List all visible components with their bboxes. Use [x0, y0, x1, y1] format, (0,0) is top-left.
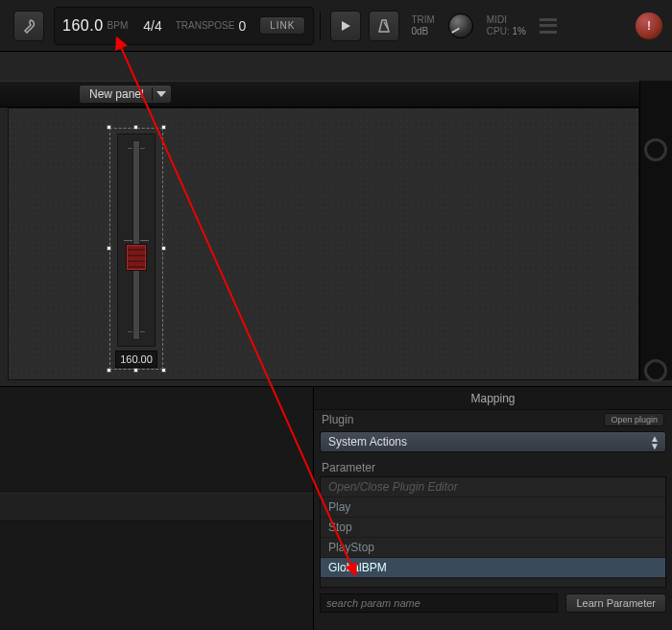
resize-handle[interactable]	[161, 246, 166, 251]
bottom-left-panel	[0, 386, 313, 630]
midi-label: MIDI	[487, 14, 526, 26]
metronome-icon	[377, 19, 391, 33]
divider	[320, 12, 321, 40]
trim-label: TRIM	[411, 14, 434, 26]
mapping-title: Mapping	[314, 387, 672, 410]
trim-value: 0dB	[411, 26, 434, 37]
chevron-down-icon	[152, 87, 165, 101]
resize-handle[interactable]	[107, 246, 111, 251]
cpu-value: 1%	[513, 26, 526, 36]
play-button[interactable]	[330, 11, 361, 41]
parameter-item[interactable]: Stop	[321, 518, 665, 538]
resize-handle[interactable]	[107, 368, 111, 373]
tempo-section: 160.0 BPM 4/4 TRANSPOSE 0 LINK	[54, 7, 314, 45]
encoder-ring-bottom[interactable]	[644, 359, 667, 382]
resize-handle[interactable]	[161, 125, 166, 130]
trim-metrics: TRIM 0dB	[411, 14, 434, 37]
transpose-value[interactable]: 0	[238, 18, 246, 34]
wrench-button[interactable]	[13, 11, 44, 41]
plugin-select[interactable]: System Actions ▲▼	[320, 431, 666, 452]
open-plugin-button[interactable]: Open plugin	[604, 413, 664, 426]
bpm-label: BPM	[108, 20, 129, 31]
parameter-item[interactable]: Play	[321, 497, 665, 518]
parameter-row: Parameter	[314, 458, 672, 476]
selection-outline	[109, 128, 163, 370]
right-rail	[639, 81, 672, 380]
resize-handle[interactable]	[161, 368, 166, 373]
parameter-list[interactable]: Open/Close Plugin EditorPlayStopPlayStop…	[320, 476, 666, 588]
param-search-input[interactable]	[320, 594, 558, 613]
alert-icon: !	[647, 19, 651, 33]
panel-canvas[interactable]: 160.00	[8, 108, 639, 380]
resize-handle[interactable]	[133, 125, 138, 130]
metronome-button[interactable]	[369, 11, 399, 41]
parameter-item[interactable]: GlobalBPM	[321, 558, 665, 578]
parameter-label: Parameter	[322, 461, 375, 474]
encoder-ring-top[interactable]	[644, 138, 667, 161]
search-row: Learn Parameter	[314, 588, 672, 613]
panel-header: New panel	[0, 81, 639, 108]
parameter-item[interactable]: PlayStop	[321, 538, 665, 558]
resize-handle[interactable]	[107, 125, 111, 130]
trim-knob[interactable]	[448, 13, 473, 38]
top-toolbar: 160.0 BPM 4/4 TRANSPOSE 0 LINK TRIM 0dB …	[0, 0, 672, 52]
parameter-item[interactable]: Open/Close Plugin Editor	[321, 477, 665, 497]
learn-parameter-button[interactable]: Learn Parameter	[565, 594, 666, 613]
resize-handle[interactable]	[133, 368, 138, 373]
updown-icon: ▲▼	[650, 435, 660, 450]
row-strip	[0, 493, 313, 521]
panel-dropdown-label: New panel	[89, 87, 144, 101]
plugin-label: Plugin	[322, 413, 353, 426]
alert-badge[interactable]: !	[636, 12, 662, 39]
midi-cpu-metrics: MIDI CPU: 1%	[487, 14, 526, 37]
panel-dropdown[interactable]: New panel	[79, 85, 172, 104]
wrench-icon	[21, 18, 36, 34]
transpose-label: TRANSPOSE	[176, 20, 235, 31]
plugin-row: Plugin Open plugin	[314, 410, 672, 428]
tempo-value[interactable]: 160.0	[62, 17, 104, 35]
play-icon	[340, 20, 351, 32]
link-button[interactable]: LINK	[259, 16, 305, 35]
plugin-select-value: System Actions	[328, 435, 407, 448]
midi-meter-icon	[540, 18, 557, 34]
time-signature[interactable]: 4/4	[143, 18, 161, 34]
mapping-panel: Mapping Plugin Open plugin System Action…	[313, 386, 672, 630]
cpu-label: CPU:	[487, 26, 510, 36]
slider-widget[interactable]: 160.00	[109, 128, 163, 370]
